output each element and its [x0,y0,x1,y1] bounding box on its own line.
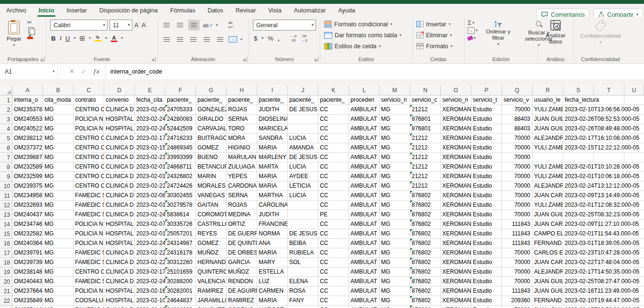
merge-center-icon[interactable]: ↔ [229,36,237,42]
cell[interactable]: MG [380,239,410,248]
font-color-icon[interactable]: A [111,35,117,42]
cell[interactable]: Estudio [471,115,502,124]
cell[interactable]: Estudio [471,239,502,248]
cell[interactable]: 876802 [410,229,441,239]
cell[interactable]: HERNAND [196,258,227,267]
cell[interactable]: OSORNO [227,306,257,308]
cell[interactable]: CC [318,248,349,258]
cell[interactable]: 876801 [410,115,441,124]
row-header-9[interactable]: 9 [0,172,12,181]
cell[interactable]: 2023-02-17 [135,267,165,277]
cell[interactable]: 2023-02-16 [135,287,165,296]
cell[interactable]: XEROMAN [441,191,471,201]
cell[interactable]: XEROMAN [441,162,471,172]
cell[interactable]: SANDRA [257,134,288,143]
cell[interactable]: MG [43,172,74,181]
cell[interactable]: OM232599 [12,172,43,181]
cell[interactable]: CC [318,287,349,296]
cell[interactable]: MG [43,267,74,277]
cell[interactable]: JUAN GUIL [533,287,563,296]
cell[interactable]: 2023-02-15T20:52:38.000-05 [563,306,644,308]
borders-icon[interactable]: ⊞ [79,35,85,42]
cell[interactable]: VALENCIA [196,277,227,287]
cell[interactable]: ZULUAGA [227,162,257,172]
dialog-launcher-icon[interactable] [40,57,44,61]
cell[interactable]: POLICIA N [74,220,104,229]
cell[interactable]: MG [43,143,74,153]
cell[interactable]: JUAN CAR [533,258,563,267]
cell[interactable]: MARY [257,258,288,267]
currency-button[interactable]: $ [254,35,257,42]
cell[interactable]: Estudio [471,248,502,258]
cell[interactable]: GARCIA [227,258,257,267]
cell[interactable]: MARICELA [257,124,288,134]
cell[interactable]: YULI ZAMB [533,143,563,153]
cell[interactable]: MG [380,210,410,220]
cell[interactable]: 24724426 [165,181,196,191]
cell[interactable]: LUCIA [288,134,318,143]
cell[interactable]: YULI ZAMB [533,105,563,115]
cell[interactable]: MG [43,115,74,124]
cell[interactable]: ANA [257,239,288,248]
cell[interactable] [624,96,644,105]
cell[interactable]: MG [380,153,410,162]
cell[interactable]: AMBULAT [349,181,380,191]
cell[interactable]: MG [380,162,410,172]
cell[interactable]: LETICIA [288,181,318,191]
cell[interactable]: AMBULAT [349,239,380,248]
cell[interactable]: Estudio [471,191,502,201]
cell[interactable]: 876802 [410,220,441,229]
row-header-1[interactable]: 1 [0,96,12,105]
row-header-10[interactable]: 10 [0,181,12,191]
cell[interactable]: Estudio [471,267,502,277]
cell[interactable]: JUAN GUIL [533,277,563,287]
cell[interactable]: LUCIA [288,162,318,172]
cell[interactable]: DE JESUS [288,105,318,115]
cell[interactable]: XEROMAN [441,248,471,258]
cell[interactable]: 21212 [410,181,441,191]
cell[interactable]: HOSPITAL [104,115,135,124]
cell[interactable]: CENTRO C [74,181,104,191]
cell[interactable]: CASTRILLO [196,220,227,229]
column-header-I[interactable]: I [257,85,288,96]
cell[interactable]: 111843 [502,239,533,248]
cell[interactable]: CARVAJAL [196,124,227,134]
cell[interactable]: REYES [196,229,227,239]
cell[interactable]: 24869345 [165,143,196,153]
cell[interactable]: AMBULAT [349,248,380,258]
select-all-corner[interactable] [0,85,12,96]
cell[interactable]: 21212 [410,134,441,143]
cell[interactable]: MG [43,191,74,201]
bold-button[interactable]: B [51,35,55,42]
enter-check-icon[interactable]: ✓ [81,68,86,75]
column-header-P[interactable]: P [471,85,502,96]
cell[interactable]: 70000 [502,153,533,162]
tab-datos[interactable]: Datos [201,4,229,17]
cell[interactable]: 2023-02-01 [135,172,165,181]
cell[interactable]: CC [318,153,349,162]
cell[interactable]: XEROMAN [441,306,471,308]
cell[interactable]: SERNA [227,115,257,124]
decrease-indent-button[interactable] [202,35,212,44]
chevron-down-icon[interactable]: ▾ [121,36,123,40]
cell[interactable]: Estudio [471,287,502,296]
cell[interactable]: OM240522 [12,124,43,134]
column-header-C[interactable]: C [74,85,104,96]
cell[interactable]: MARULAN [227,153,257,162]
cell[interactable]: XEROMAN [441,267,471,277]
chevron-down-icon[interactable]: ▾ [105,36,107,40]
cell[interactable]: XEROMAN [441,172,471,181]
cell[interactable]: MG [43,306,74,308]
cell[interactable]: 876802 [410,296,441,306]
cell[interactable]: 2023-03-01T18:39:05.000-05 [563,239,644,248]
cell[interactable]: DE ORBES [227,248,257,258]
cell[interactable]: HOSPITAL [104,296,135,306]
cell[interactable]: AMBULAT [349,162,380,172]
cell[interactable]: 2023-02-16T11:23:49.000-05 [563,287,644,296]
cell[interactable]: 876801 [410,124,441,134]
cell[interactable]: JUAN CAR [533,191,563,201]
column-header-H[interactable]: H [227,85,257,96]
cell[interactable]: Estudio [471,134,502,143]
cut-icon[interactable]: ✂ [27,20,34,25]
cell[interactable]: XEROMAN [441,277,471,287]
